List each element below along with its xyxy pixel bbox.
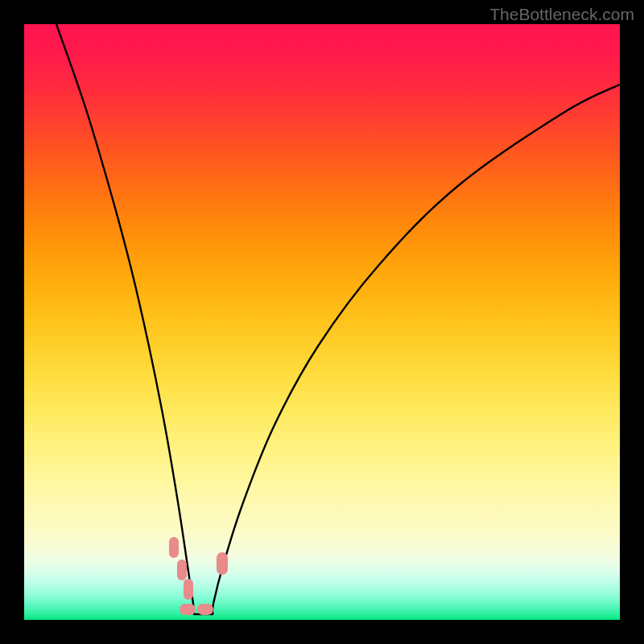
watermark-text: TheBottleneck.com	[489, 5, 634, 24]
marker-1	[177, 559, 187, 580]
marker-2	[184, 579, 193, 600]
marker-4	[197, 604, 213, 615]
curve-left-branch	[56, 24, 193, 604]
curve-right-branch	[213, 85, 620, 604]
marker-3	[180, 604, 196, 615]
marker-5	[217, 552, 228, 575]
marker-0	[169, 537, 179, 558]
curve-layer	[24, 24, 620, 620]
curve-markers	[169, 537, 228, 615]
bottleneck-curve	[56, 24, 620, 614]
plot-area	[24, 24, 620, 620]
